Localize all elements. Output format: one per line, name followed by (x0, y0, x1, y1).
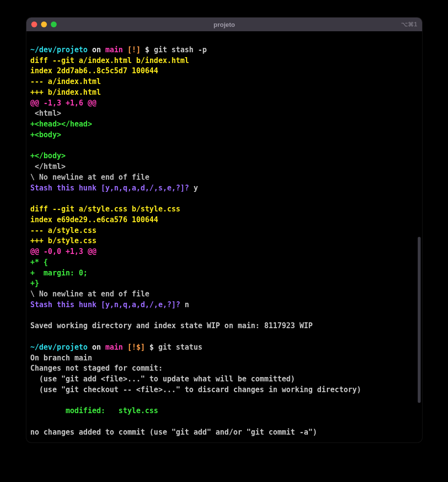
stash-saved: Saved working directory and index state … (30, 321, 313, 330)
diff-add: +* { (30, 258, 48, 267)
prompt-line-1: ~/dev/projeto on main [!] $ git stash -p (30, 45, 207, 54)
diff-add: + margin: 0; (30, 269, 87, 277)
diff-hunk: @@ -0,0 +1,3 @@ (30, 247, 96, 256)
stash-prompt-line: Stash this hunk [y,n,q,a,d,/,e,?]? n (30, 300, 189, 309)
diff-context: </html> (30, 162, 65, 171)
titlebar: projeto ⌥⌘1 (26, 18, 422, 31)
terminal-window: projeto ⌥⌘1 ~/dev/projeto on main [!] $ … (26, 18, 422, 442)
stash-prompt: Stash this hunk [y,n,q,a,d,/,s,e,?]? (30, 184, 189, 192)
prompt-branch: main (106, 45, 123, 54)
status-no-changes: no changes added to commit (use "git add… (30, 428, 317, 437)
prompt-flags: [!$] (123, 343, 145, 352)
terminal-content[interactable]: ~/dev/projeto on main [!] $ git stash -p… (26, 31, 422, 442)
diff-context: <html> (30, 109, 61, 118)
traffic-lights (31, 21, 57, 27)
prompt-flags: [!] (123, 45, 141, 54)
diff-hunk: @@ -1,3 +1,6 @@ (30, 99, 96, 107)
minimize-button[interactable] (41, 21, 47, 27)
prompt-path: ~/dev/projeto (30, 343, 87, 352)
diff-noeol: \ No newline at end of file (30, 173, 149, 182)
prompt-on: on (87, 343, 105, 352)
diff-header: diff --git a/style.css b/style.css (30, 205, 180, 213)
diff-minus-file: --- a/index.html (30, 77, 101, 86)
diff-plus-file: +++ b/style.css (30, 236, 96, 245)
close-button[interactable] (31, 21, 37, 27)
prompt-branch: main (106, 343, 123, 352)
status-not-staged: Changes not staged for commit: (30, 364, 163, 373)
diff-minus-file: --- a/style.css (30, 226, 96, 235)
prompt-line-2: ~/dev/projeto on main [!$] $ git status (30, 343, 202, 352)
diff-noeol: \ No newline at end of file (30, 290, 149, 298)
diff-index: index e69de29..e6ca576 100644 (30, 215, 158, 224)
diff-add: +} (30, 279, 39, 288)
status-hint: (use "git add <file>..." to update what … (30, 375, 295, 383)
status-branch: On branch main (30, 354, 92, 362)
diff-add: +<body> (30, 130, 61, 139)
prompt-path: ~/dev/projeto (30, 45, 87, 54)
window-title: projeto (26, 21, 422, 28)
diff-plus-file: +++ b/index.html (30, 88, 101, 97)
prompt-command: git stash -p (154, 45, 207, 54)
diff-index: index 2dd7ab6..8c5c5d7 100644 (30, 66, 158, 75)
window-shortcut: ⌥⌘1 (401, 21, 417, 28)
prompt-symbol: $ (145, 343, 158, 352)
status-modified: modified: style.css (30, 406, 158, 415)
stash-answer: y (189, 184, 198, 192)
status-hint: (use "git checkout -- <file>..." to disc… (30, 385, 361, 394)
stash-prompt-line: Stash this hunk [y,n,q,a,d,/,s,e,?]? y (30, 184, 198, 192)
diff-header: diff --git a/index.html b/index.html (30, 56, 189, 65)
stash-prompt: Stash this hunk [y,n,q,a,d,/,e,?]? (30, 300, 180, 309)
scrollbar[interactable] (418, 237, 421, 403)
stash-answer: n (180, 300, 189, 309)
zoom-button[interactable] (51, 21, 57, 27)
prompt-on: on (87, 45, 105, 54)
prompt-symbol: $ (141, 45, 154, 54)
prompt-command: git status (158, 343, 202, 352)
diff-add: +</body> (30, 151, 65, 160)
diff-add: +<head></head> (30, 120, 92, 128)
